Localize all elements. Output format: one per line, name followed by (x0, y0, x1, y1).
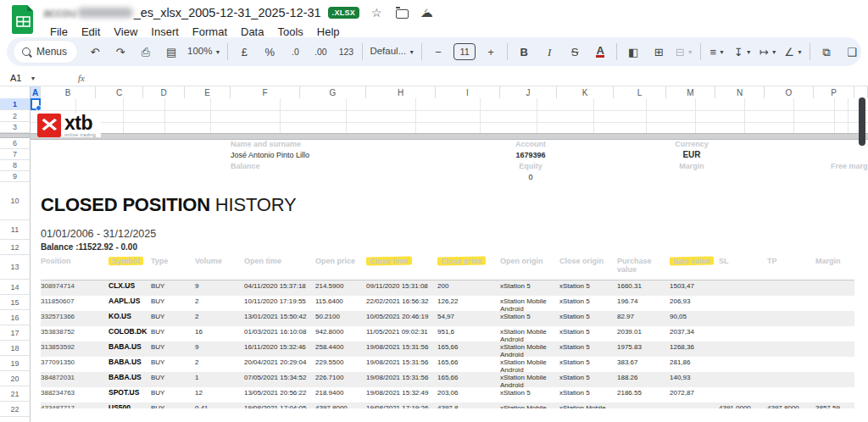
cell[interactable] (815, 357, 854, 372)
cell[interactable]: BUY (151, 357, 195, 372)
cell[interactable]: BABA.US (108, 357, 151, 372)
balance-label[interactable]: Balance (231, 162, 260, 170)
free-margin-label[interactable]: Free margin (831, 162, 868, 170)
fill-handle[interactable] (36, 105, 42, 111)
grid-corner[interactable] (0, 86, 31, 98)
text-wrap-button[interactable]: ↦▼ (755, 41, 781, 63)
cell[interactable] (719, 387, 767, 403)
decrease-decimals-button[interactable]: .0 (282, 41, 308, 63)
col-header-close-time[interactable]: Close time (366, 255, 437, 280)
column-header-H[interactable]: H (366, 86, 436, 98)
decrease-font-button[interactable]: − (426, 41, 451, 63)
cell[interactable]: 332571366 (41, 311, 108, 326)
menu-tools[interactable]: Tools (270, 25, 309, 39)
col-header-type[interactable]: Type (151, 255, 195, 280)
cell[interactable]: 353838752 (41, 326, 108, 341)
cell[interactable]: 13/01/2021 15:50:42 (244, 311, 315, 326)
menu-view[interactable]: View (107, 25, 144, 39)
paint-format-button[interactable]: ▤ (159, 41, 184, 63)
cell[interactable] (767, 296, 815, 311)
cell[interactable]: 2186.55 (617, 387, 670, 403)
cell[interactable]: BABA.US (108, 372, 151, 387)
cell[interactable]: 2 (195, 296, 244, 311)
cell[interactable]: SPOT.US (108, 387, 151, 403)
borders-button[interactable]: ⊞ (646, 41, 671, 63)
redo-button[interactable]: ↷ (108, 41, 133, 63)
cell[interactable]: xStation 5 (500, 387, 559, 403)
cell[interactable]: 165,66 (437, 372, 500, 387)
increase-decimals-button[interactable]: .00 (308, 41, 333, 63)
cell[interactable]: 258.4400 (315, 341, 366, 357)
row-header-18[interactable]: 18 (0, 341, 31, 356)
column-header-A[interactable]: A (31, 86, 41, 98)
col-header-open-origin[interactable]: Open origin (500, 255, 559, 280)
hidden-rows-band[interactable] (31, 133, 868, 140)
menus-search[interactable]: Menus (14, 41, 77, 63)
cell[interactable]: 214.5900 (315, 280, 366, 296)
fill-color-button[interactable]: ◧ (620, 41, 646, 63)
col-header-symbol[interactable]: Symbol (108, 255, 151, 280)
cell[interactable]: 11/05/2021 09:02:31 (366, 326, 437, 341)
cell[interactable]: 2072,87 (670, 387, 719, 403)
row-header-9[interactable]: 9 (0, 171, 31, 182)
cell[interactable] (815, 311, 854, 326)
text-rotation-button[interactable]: ∠▼ (781, 41, 806, 63)
column-header-L[interactable]: L (614, 86, 666, 98)
cell[interactable]: 1503,47 (670, 280, 719, 296)
cell[interactable]: 2037,34 (670, 326, 719, 341)
report-period[interactable]: 01/01/2006 - 31/12/2025 (41, 228, 156, 240)
column-header-O[interactable]: O (765, 86, 814, 98)
menu-format[interactable]: Format (186, 25, 234, 39)
horizontal-align-button[interactable]: ≡▼ (704, 41, 730, 63)
cell[interactable]: xStation 5 (559, 296, 617, 311)
row-header-3[interactable]: 3 (0, 122, 31, 133)
zoom-menu[interactable]: 100%▼ (184, 41, 224, 63)
document-title[interactable]: accou_es_xlsx_2005-12-31_2025-12-31 .XLS… (43, 3, 868, 22)
cell[interactable] (617, 403, 670, 408)
cell[interactable]: xStation 5 (559, 341, 617, 357)
cell[interactable]: 433487717 (41, 403, 108, 408)
currency-label[interactable]: Currency (649, 140, 734, 148)
print-button[interactable]: ⎙ (133, 41, 159, 63)
name-box[interactable]: A1 ▼ (0, 73, 63, 83)
cell[interactable]: 140,93 (670, 372, 719, 387)
cell[interactable]: 3857.59 (815, 403, 854, 408)
cell[interactable]: 377091350 (41, 357, 108, 372)
vertical-align-button[interactable]: ↧▼ (730, 41, 755, 63)
row-header-16[interactable]: 16 (0, 310, 31, 325)
text-color-button[interactable]: A (587, 41, 613, 63)
cell[interactable] (719, 372, 767, 387)
cell[interactable]: 951,6 (437, 326, 500, 341)
cell[interactable] (719, 326, 767, 341)
column-header-F[interactable]: F (231, 86, 300, 98)
row-header-20[interactable]: 20 (0, 371, 31, 386)
cell[interactable]: US500 (108, 403, 151, 408)
cell[interactable]: BUY (151, 326, 195, 341)
cell[interactable]: 1975.83 (617, 341, 670, 357)
italic-button[interactable]: I (537, 41, 562, 63)
cell[interactable]: 19/08/2021 17:19:26 (366, 403, 437, 408)
cell[interactable]: 82.97 (617, 311, 670, 326)
cell[interactable]: 12 (195, 387, 244, 403)
cell[interactable]: BUY (151, 403, 195, 408)
cell[interactable]: CLX.US (108, 280, 151, 296)
cell[interactable]: 2 (195, 357, 244, 372)
cloud-status-icon[interactable]: ☁✓ (420, 5, 433, 20)
row-header-10[interactable]: 10 (0, 182, 31, 220)
column-header-M[interactable]: M (666, 86, 715, 98)
cell[interactable]: 384872031 (41, 372, 108, 387)
font-size-input[interactable]: 11 (451, 41, 478, 63)
insert-link-button[interactable]: ⧉ (814, 41, 839, 63)
cell[interactable]: 383.67 (617, 357, 670, 372)
cell[interactable]: 281,86 (670, 357, 719, 372)
menu-data[interactable]: Data (234, 25, 270, 39)
col-header-tp[interactable]: TP (767, 255, 815, 280)
cell[interactable]: BUY (151, 387, 195, 403)
cell[interactable]: BUY (151, 280, 195, 296)
name-value[interactable]: José Antonio Pinto Lillo (231, 151, 309, 159)
cell[interactable]: xStation 5 (559, 387, 617, 403)
selection-box-a1[interactable] (31, 98, 41, 110)
margin-label[interactable]: Margin (649, 162, 734, 170)
row-header-11[interactable]: 11 (0, 220, 31, 240)
cell[interactable] (815, 341, 854, 357)
